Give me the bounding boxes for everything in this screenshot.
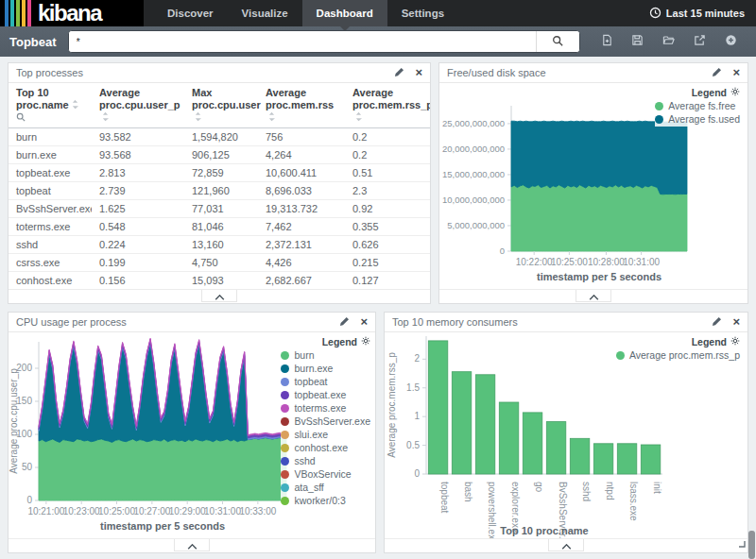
legend-label: Average proc.mem.rss_p — [629, 349, 740, 361]
bar-sshd[interactable] — [570, 438, 590, 474]
legend-item[interactable]: burn — [281, 349, 370, 361]
legend-toggle[interactable]: Legend — [655, 87, 740, 98]
svg-text:Average proc.mem.rss_p: Average proc.mem.rss_p — [387, 352, 397, 458]
bar-init[interactable] — [641, 445, 661, 474]
svg-text:init: init — [652, 482, 662, 494]
legend-swatch — [281, 378, 289, 386]
panel-header: Top 10 memory consumers × — [385, 313, 747, 332]
pencil-icon — [339, 315, 350, 330]
legend-item[interactable]: toterms.exe — [281, 402, 370, 414]
bar-topbeat[interactable] — [428, 341, 448, 474]
column-header[interactable]: Top 10 proc.name — [9, 83, 92, 128]
panel-header: CPU usage per process × — [9, 313, 375, 332]
share-dashboard-button[interactable] — [692, 32, 708, 51]
svg-text:timestamp per 5 seconds: timestamp per 5 seconds — [537, 271, 662, 282]
legend-item[interactable]: VBoxService — [281, 468, 370, 480]
legend-item[interactable]: ata_sff — [281, 482, 370, 493]
legend-label: VBoxService — [294, 468, 351, 480]
column-header[interactable]: Averageproc.mem.rss_p — [345, 83, 430, 128]
query-input[interactable] — [69, 31, 536, 52]
tab-dashboard[interactable]: Dashboard — [302, 0, 387, 26]
table-cell: 0.51 — [345, 164, 430, 182]
table-cell: 2,682.667 — [258, 272, 345, 290]
column-header[interactable]: Maxproc.cpu.user — [184, 83, 258, 128]
time-picker[interactable]: Last 15 minutes — [649, 0, 756, 26]
svg-text:25,000,000,000: 25,000,000,000 — [442, 118, 505, 128]
bar-ntpd[interactable] — [593, 444, 613, 474]
remove-panel-button[interactable]: × — [722, 317, 740, 327]
save-dashboard-button[interactable] — [629, 32, 645, 51]
memory-chart: 00.511.52topbeatbashpowershell.exeexplor… — [385, 332, 746, 538]
legend-item[interactable]: BvSshServer.exe — [281, 415, 370, 427]
collapse-panel-button[interactable] — [576, 290, 611, 302]
legend-label: burn — [294, 349, 314, 361]
table-cell: 1.625 — [92, 200, 184, 218]
legend-item[interactable]: slui.exe — [281, 429, 370, 440]
column-header[interactable]: Averageproc.cpu.user_p — [92, 83, 184, 128]
remove-panel-button[interactable]: × — [722, 68, 740, 77]
legend-item[interactable]: Average proc.mem.rss_p — [616, 349, 740, 361]
legend-item[interactable]: topbeat.exe — [281, 389, 370, 400]
bar-go[interactable] — [523, 413, 542, 474]
tab-settings[interactable]: Settings — [387, 0, 458, 26]
column-header[interactable]: Averageproc.mem.rss — [258, 83, 345, 128]
edit-panel-button[interactable] — [384, 66, 404, 80]
bar-powershell.exe[interactable] — [475, 375, 495, 474]
kibana-logo[interactable]: kibana — [0, 0, 144, 26]
svg-text:10:29:00: 10:29:00 — [169, 506, 206, 517]
legend-item[interactable]: Average fs.free — [655, 100, 740, 111]
svg-text:topbeat: topbeat — [439, 482, 450, 514]
top-processes-table: Top 10 proc.nameAverageproc.cpu.user_pMa… — [9, 83, 430, 289]
svg-text:0: 0 — [414, 468, 420, 479]
edit-panel-button[interactable] — [329, 315, 350, 330]
save-icon — [631, 34, 644, 49]
table-row: burn.exe93.568906,1254,2640.2 — [9, 146, 430, 164]
collapse-panel-button[interactable] — [174, 539, 210, 551]
svg-text:bash: bash — [463, 482, 473, 502]
tab-discover[interactable]: Discover — [153, 0, 228, 26]
panel-footer — [9, 289, 430, 303]
bar-bash[interactable] — [452, 372, 472, 474]
legend-label: topbeat.exe — [294, 389, 346, 400]
edit-panel-button[interactable] — [701, 315, 722, 330]
legend-item[interactable]: conhost.exe — [281, 442, 370, 453]
column-search-icon[interactable] — [16, 112, 26, 125]
page-scrollbar[interactable] — [748, 531, 755, 559]
legend-label: burn.exe — [294, 363, 333, 374]
bar-lsass.exe[interactable] — [617, 444, 637, 474]
search-button[interactable] — [536, 31, 579, 52]
folder-open-icon — [662, 34, 675, 49]
panel-cpu-usage: CPU usage per process × 05010015020010:2… — [8, 312, 376, 553]
document-plus-icon — [601, 34, 613, 49]
remove-panel-button[interactable]: × — [404, 68, 422, 77]
legend-toggle[interactable]: Legend — [616, 336, 740, 347]
remove-panel-button[interactable]: × — [350, 317, 368, 327]
legend-item[interactable]: burn.exe — [281, 363, 370, 374]
table-cell: 13,160 — [184, 236, 258, 254]
edit-panel-button[interactable] — [701, 66, 722, 80]
pencil-icon — [712, 315, 722, 330]
add-visualization-button[interactable] — [723, 32, 739, 51]
tab-visualize[interactable]: Visualize — [228, 0, 302, 26]
table-cell: 8,696.033 — [258, 182, 345, 200]
panel-title: Free/used disk space — [447, 67, 701, 78]
collapse-panel-button[interactable] — [201, 290, 237, 302]
table-cell: 4,426 — [258, 254, 345, 272]
bar-BvSshServer.exe[interactable] — [546, 422, 566, 474]
bar-explorer.exe[interactable] — [499, 402, 519, 474]
legend-toggle[interactable]: Legend — [281, 336, 370, 347]
new-dashboard-button[interactable] — [599, 32, 615, 51]
resize-handle-icon[interactable] — [738, 534, 746, 551]
collapse-panel-button[interactable] — [548, 539, 584, 551]
table-cell: 0.127 — [345, 272, 430, 290]
table-cell: 0.156 — [92, 272, 184, 290]
legend-item[interactable]: topbeat — [281, 376, 370, 387]
open-dashboard-button[interactable] — [661, 32, 677, 51]
table-cell: 4,264 — [258, 146, 345, 164]
panel-top-processes: Top processes × Top 10 proc.nameAveragep… — [8, 62, 431, 304]
legend-swatch — [281, 483, 289, 492]
table-cell: csrss.exe — [9, 254, 92, 272]
legend-item[interactable]: kworker/0:3 — [281, 495, 370, 506]
legend-item[interactable]: Average fs.used — [655, 113, 740, 125]
legend-item[interactable]: sshd — [281, 455, 370, 466]
